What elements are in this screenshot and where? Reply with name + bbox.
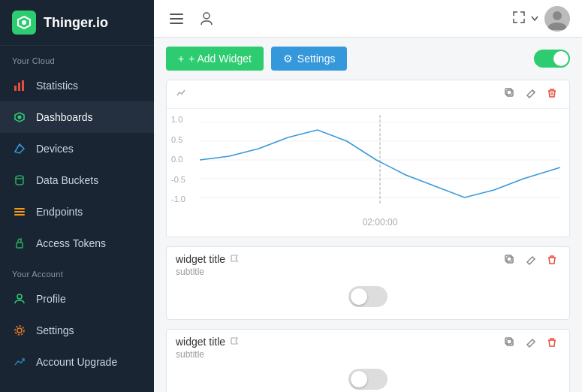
sidebar-item-statistics[interactable]: Statistics: [0, 70, 154, 101]
toggle-widget-1-flag-icon: [230, 253, 239, 265]
sidebar-logo: Thinger.io: [0, 0, 154, 46]
settings-label: Settings: [297, 53, 336, 65]
toggle-widget-1: widget title subtitle: [166, 246, 570, 320]
avatar[interactable]: [544, 6, 570, 32]
access-tokens-icon: [12, 236, 27, 251]
toggle-widget-2-edit[interactable]: [523, 336, 539, 351]
sidebar-item-label-access-tokens: Access Tokens: [36, 237, 106, 249]
y-label-5: -1.0: [171, 194, 185, 204]
sidebar-section-cloud: Your Cloud: [0, 46, 154, 70]
svg-rect-4: [22, 80, 24, 91]
chart-delete-button[interactable]: [544, 86, 560, 102]
sidebar-item-label-devices: Devices: [36, 143, 74, 155]
svg-rect-33: [507, 257, 513, 263]
chart-svg: [200, 115, 560, 213]
main-toggle[interactable]: [534, 50, 570, 68]
svg-point-13: [17, 328, 22, 333]
svg-rect-8: [14, 208, 25, 210]
sidebar-item-access-tokens[interactable]: Access Tokens: [0, 228, 154, 259]
svg-point-1: [22, 20, 26, 25]
svg-point-14: [15, 326, 24, 335]
chart-copy-button[interactable]: [502, 86, 518, 102]
toggle-widget-1-toggle-area: [176, 286, 560, 307]
sidebar-item-endpoints[interactable]: Endpoints: [0, 196, 154, 228]
svg-rect-3: [18, 83, 20, 91]
profile-icon: [12, 291, 27, 306]
expand-icon[interactable]: [513, 11, 525, 26]
user-nav-icon[interactable]: [196, 8, 217, 29]
toggle-widget-2-delete[interactable]: [544, 336, 560, 351]
sidebar-item-profile[interactable]: Profile: [0, 283, 154, 315]
y-label-1: 1.0: [171, 115, 185, 124]
svg-rect-15: [170, 14, 183, 15]
svg-point-7: [16, 176, 23, 179]
svg-rect-37: [505, 338, 511, 344]
chart-edit-button[interactable]: [523, 86, 539, 102]
topbar-right: [513, 6, 570, 32]
svg-rect-2: [14, 86, 17, 91]
sidebar-item-label-dashboards: Dashboards: [36, 111, 93, 123]
account-upgrade-icon: [12, 354, 27, 369]
svg-rect-22: [505, 89, 511, 95]
toggle-widget-2-copy[interactable]: [502, 336, 518, 351]
logo-icon: [12, 11, 36, 35]
svg-rect-17: [170, 23, 183, 24]
toggle-widget-1-title-text: widget title: [176, 253, 225, 265]
data-buckets-icon: [12, 173, 27, 188]
svg-rect-10: [14, 214, 25, 216]
sidebar-item-account-upgrade[interactable]: Account Upgrade: [0, 346, 154, 378]
toggle-widget-1-copy[interactable]: [502, 253, 518, 269]
devices-icon: [12, 141, 27, 156]
toggle-widget-1-title: widget title: [176, 253, 239, 265]
svg-point-6: [18, 116, 22, 119]
sidebar-item-label-account-upgrade: Account Upgrade: [36, 356, 117, 368]
menu-icon[interactable]: [166, 8, 187, 29]
svg-rect-34: [505, 255, 511, 261]
sidebar-item-label-profile: Profile: [36, 293, 66, 305]
sidebar-item-label-statistics: Statistics: [36, 80, 78, 92]
toggle-widget-2-flag-icon: [230, 336, 239, 348]
toggle-widget-2: widget title subtitle: [166, 329, 570, 392]
sidebar-section-account: Your Account: [0, 259, 154, 283]
toggle-widget-2-title: widget title: [176, 336, 239, 348]
sidebar-item-label-endpoints: Endpoints: [36, 206, 83, 218]
toggle-widget-2-toggle[interactable]: [348, 369, 387, 390]
y-label-2: 0.5: [171, 135, 185, 144]
widgets-area: 1.0 0.5 0.0 -0.5 -1.0 02:00:00 widget ti…: [154, 80, 582, 392]
chart-widget-icon: [176, 88, 186, 101]
svg-rect-11: [17, 243, 23, 248]
toggle-widget-1-info: widget title subtitle: [176, 253, 239, 277]
main-content: + + Add Widget ⚙ Settings: [154, 0, 582, 392]
toggle-widget-2-actions: [502, 336, 560, 351]
svg-point-20: [553, 11, 562, 20]
toggle-widget-1-edit[interactable]: [523, 253, 539, 269]
toggle-widget-1-body: widget title subtitle: [167, 247, 569, 319]
y-axis: 1.0 0.5 0.0 -0.5 -1.0: [171, 115, 185, 204]
endpoints-icon: [12, 204, 27, 219]
toggle-widget-2-title-text: widget title: [176, 336, 225, 348]
toggle-container: [534, 50, 570, 68]
dropdown-icon[interactable]: [531, 14, 538, 23]
sidebar-item-data-buckets[interactable]: Data Buckets: [0, 164, 154, 196]
sidebar-item-settings[interactable]: Settings: [0, 315, 154, 346]
sidebar-item-devices[interactable]: Devices: [0, 133, 154, 164]
sidebar-item-label-data-buckets: Data Buckets: [36, 174, 98, 186]
toggle-widget-1-toggle[interactable]: [348, 286, 387, 307]
topbar: [154, 0, 582, 38]
toggle-widget-1-delete[interactable]: [544, 253, 560, 269]
toggle-widget-2-toggle-area: [176, 369, 560, 390]
svg-point-12: [17, 294, 22, 299]
sidebar-item-label-settings: Settings: [36, 324, 74, 336]
toggle-widget-1-subtitle: subtitle: [176, 267, 239, 277]
chart-widget-header: [167, 80, 569, 109]
sidebar-item-dashboards[interactable]: Dashboards: [0, 101, 154, 133]
x-axis-label: 02:00:00: [200, 217, 560, 228]
topbar-left: [166, 8, 505, 29]
settings-button[interactable]: ⚙ Settings: [271, 47, 348, 71]
add-widget-button[interactable]: + + Add Widget: [166, 47, 264, 71]
y-label-3: 0.0: [171, 155, 185, 164]
svg-line-23: [532, 90, 535, 92]
toolbar: + + Add Widget ⚙ Settings: [154, 38, 582, 80]
toggle-widget-1-actions: [502, 253, 560, 269]
svg-rect-9: [14, 211, 25, 213]
